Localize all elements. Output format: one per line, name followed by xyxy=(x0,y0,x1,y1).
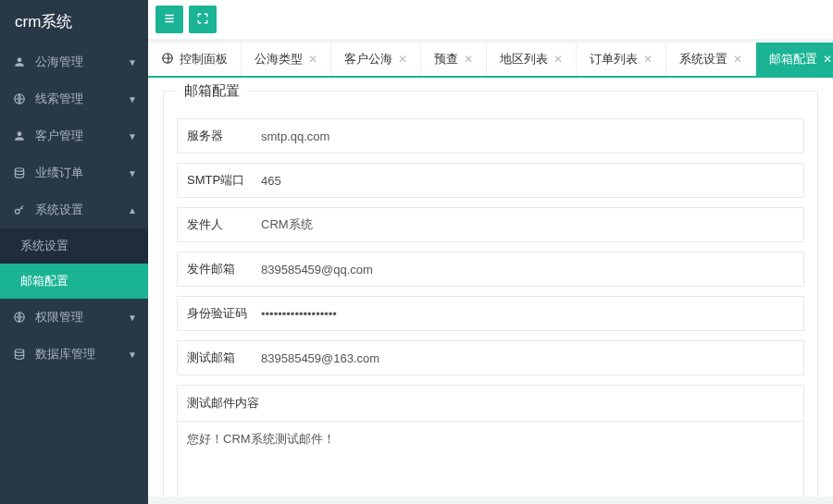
tab-preview[interactable]: 预查 ✕ xyxy=(421,43,487,76)
port-input[interactable] xyxy=(252,164,803,197)
chevron-down-icon: ▼ xyxy=(128,350,137,360)
tab-orders[interactable]: 订单列表 ✕ xyxy=(577,43,666,76)
form-panel: 邮箱配置 服务器 SMTP端口 发件人 发件邮箱 xyxy=(163,91,818,497)
globe-icon xyxy=(11,311,28,324)
tab-label: 订单列表 xyxy=(590,52,638,68)
svg-point-1 xyxy=(15,168,23,172)
sidebar-item-label: 公海管理 xyxy=(35,54,128,70)
submenu-item-label: 系统设置 xyxy=(20,239,68,252)
key-icon xyxy=(11,203,28,216)
menu-toggle-button[interactable] xyxy=(155,6,183,33)
tab-areas[interactable]: 地区列表 ✕ xyxy=(487,43,577,76)
field-port: SMTP端口 xyxy=(177,163,804,198)
field-auth-code: 身份验证码 xyxy=(177,296,804,331)
tab-label: 地区列表 xyxy=(500,52,548,68)
close-icon[interactable]: ✕ xyxy=(398,53,407,66)
svg-point-2 xyxy=(15,209,19,214)
chevron-down-icon: ▼ xyxy=(128,57,137,68)
tab-dashboard[interactable]: 控制面板 xyxy=(148,43,242,76)
field-test-mail: 测试邮箱 xyxy=(177,340,804,375)
close-icon[interactable]: ✕ xyxy=(464,53,473,66)
tab-label: 系统设置 xyxy=(679,52,727,68)
test-mail-input[interactable] xyxy=(252,341,803,375)
fullscreen-button[interactable] xyxy=(189,6,217,33)
chevron-down-icon: ▼ xyxy=(128,94,137,104)
sender-input[interactable] xyxy=(252,208,803,241)
field-label: 服务器 xyxy=(178,119,252,153)
field-label: SMTP端口 xyxy=(178,164,252,197)
sidebar-item-label: 业绩订单 xyxy=(35,165,128,181)
sidebar-item-settings[interactable]: 系统设置 ▲ xyxy=(0,191,148,228)
tab-mail-config[interactable]: 邮箱配置 ✕ xyxy=(756,43,833,76)
tab-customer-public-sea[interactable]: 客户公海 ✕ xyxy=(331,43,421,76)
close-icon[interactable]: ✕ xyxy=(643,53,653,66)
tab-label: 邮箱配置 xyxy=(769,52,817,68)
server-input[interactable] xyxy=(252,119,803,153)
sidebar-item-permissions[interactable]: 权限管理 ▼ xyxy=(0,299,148,336)
database-icon xyxy=(11,348,28,361)
sidebar-item-label: 数据库管理 xyxy=(35,346,128,363)
brand-title: crm系统 xyxy=(0,0,148,43)
tabs-bar: 控制面板 公海类型 ✕ 客户公海 ✕ 预查 ✕ 地区列表 ✕ 订单列表 ✕ xyxy=(148,43,833,78)
tab-label: 公海类型 xyxy=(255,52,303,68)
tab-label: 控制面板 xyxy=(180,52,228,68)
submenu-item-label: 邮箱配置 xyxy=(20,274,68,288)
field-label: 身份验证码 xyxy=(178,297,252,330)
tab-system-settings[interactable]: 系统设置 ✕ xyxy=(666,43,756,76)
tab-public-sea-type[interactable]: 公海类型 ✕ xyxy=(242,43,331,76)
tab-label: 预查 xyxy=(434,52,458,68)
field-send-mail: 发件邮箱 xyxy=(177,252,804,287)
sidebar-item-database[interactable]: 数据库管理 ▼ xyxy=(0,336,148,373)
field-label: 发件邮箱 xyxy=(178,252,252,286)
main-area: 控制面板 公海类型 ✕ 客户公海 ✕ 预查 ✕ 地区列表 ✕ 订单列表 ✕ xyxy=(148,0,833,504)
field-label: 测试邮箱 xyxy=(178,341,252,375)
topbar xyxy=(148,0,833,39)
close-icon[interactable]: ✕ xyxy=(823,53,832,66)
field-label: 发件人 xyxy=(178,208,252,241)
field-label: 测试邮件内容 xyxy=(178,386,803,421)
chevron-down-icon: ▼ xyxy=(128,168,137,178)
content-area: 邮箱配置 服务器 SMTP端口 发件人 发件邮箱 xyxy=(148,78,833,497)
sidebar-menu: 公海管理 ▼ 线索管理 ▼ 客户管理 ▼ 业绩订单 ▼ 系统设置 ▲ xyxy=(0,43,148,373)
bars-icon xyxy=(163,12,176,28)
tab-label: 客户公海 xyxy=(344,52,392,68)
globe-icon xyxy=(11,92,28,105)
close-icon[interactable]: ✕ xyxy=(553,53,563,66)
sidebar-item-label: 客户管理 xyxy=(35,128,128,144)
sidebar-item-label: 权限管理 xyxy=(35,309,128,326)
send-mail-input[interactable] xyxy=(252,252,803,286)
sidebar-item-public-sea[interactable]: 公海管理 ▼ xyxy=(0,43,148,80)
close-icon[interactable]: ✕ xyxy=(308,53,317,66)
sidebar-item-orders[interactable]: 业绩订单 ▼ xyxy=(0,154,148,191)
database-icon xyxy=(11,166,28,179)
sidebar-item-leads[interactable]: 线索管理 ▼ xyxy=(0,80,148,117)
chevron-down-icon: ▼ xyxy=(128,313,137,323)
submenu-settings: 系统设置 邮箱配置 xyxy=(0,228,148,299)
close-icon[interactable]: ✕ xyxy=(733,53,742,66)
auth-code-input[interactable] xyxy=(252,297,803,330)
user-icon xyxy=(11,55,28,68)
sidebar-item-label: 系统设置 xyxy=(35,202,128,218)
test-content-textarea[interactable] xyxy=(178,421,803,497)
field-test-content: 测试邮件内容 xyxy=(177,385,804,497)
field-server: 服务器 xyxy=(177,118,804,154)
field-sender: 发件人 xyxy=(177,207,804,242)
panel-title: 邮箱配置 xyxy=(177,82,247,100)
sidebar-item-customers[interactable]: 客户管理 ▼ xyxy=(0,117,148,154)
chevron-up-icon: ▲ xyxy=(128,205,137,215)
expand-icon xyxy=(196,12,209,28)
sidebar: crm系统 公海管理 ▼ 线索管理 ▼ 客户管理 ▼ 业绩订单 ▼ xyxy=(0,0,148,504)
svg-point-4 xyxy=(15,350,23,353)
chevron-down-icon: ▼ xyxy=(128,131,137,141)
user-icon xyxy=(11,129,28,142)
submenu-item-system-settings[interactable]: 系统设置 xyxy=(0,228,148,264)
submenu-item-mail-config[interactable]: 邮箱配置 xyxy=(0,264,148,299)
sidebar-item-label: 线索管理 xyxy=(35,91,128,107)
globe-icon xyxy=(161,52,174,68)
